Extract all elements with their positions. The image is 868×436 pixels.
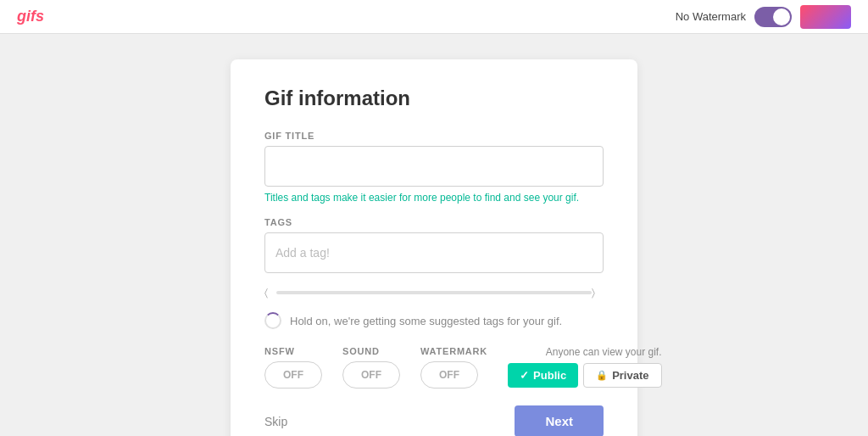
- scroll-left-icon[interactable]: 〈: [264, 287, 276, 299]
- private-button-label: Private: [612, 369, 648, 382]
- no-watermark-label: No Watermark: [676, 10, 746, 23]
- scrollbar-row: 〈 〉: [264, 287, 604, 299]
- next-button[interactable]: Next: [515, 405, 604, 436]
- sound-toggle[interactable]: OFF: [342, 361, 400, 388]
- sound-label: SOUND: [342, 346, 400, 356]
- public-button-label: Public: [533, 369, 566, 382]
- visibility-hint: Anyone can view your gif.: [546, 346, 662, 358]
- tags-label: TAGS: [264, 217, 604, 227]
- tags-input[interactable]: Add a tag!: [264, 232, 604, 273]
- watermark-label: WATERMARK: [420, 346, 487, 356]
- header: gifs No Watermark: [0, 0, 868, 34]
- scroll-right-icon[interactable]: 〉: [592, 287, 604, 299]
- suggested-tags-text: Hold on, we're getting some suggested ta…: [290, 315, 562, 327]
- lock-icon: 🔒: [596, 370, 608, 381]
- public-button[interactable]: ✓ Public: [508, 363, 578, 388]
- gif-title-input[interactable]: [264, 146, 604, 187]
- gif-title-label: GIF TITLE: [264, 131, 604, 141]
- watermark-toggle[interactable]: OFF: [420, 361, 478, 388]
- toggles-row: NSFW OFF SOUND OFF WATERMARK OFF Anyone …: [264, 346, 604, 388]
- logo: gifs: [17, 8, 44, 25]
- sound-group: SOUND OFF: [342, 346, 400, 388]
- watermark-group: WATERMARK OFF: [420, 346, 487, 388]
- nsfw-group: NSFW OFF: [264, 346, 322, 388]
- nsfw-label: NSFW: [264, 346, 322, 356]
- scrollbar-track[interactable]: [276, 291, 592, 294]
- gif-title-hint: Titles and tags make it easier for more …: [264, 192, 604, 204]
- visibility-section: Anyone can view your gif. ✓ Public 🔒 Pri…: [508, 346, 661, 388]
- loading-spinner: [264, 312, 281, 329]
- gif-info-card: Gif information GIF TITLE Titles and tag…: [231, 59, 637, 436]
- public-checkmark-icon: ✓: [520, 369, 529, 382]
- nsfw-toggle[interactable]: OFF: [264, 361, 322, 388]
- tags-placeholder: Add a tag!: [275, 246, 330, 260]
- header-action-button[interactable]: [800, 5, 851, 29]
- skip-button[interactable]: Skip: [264, 410, 287, 433]
- visibility-buttons: ✓ Public 🔒 Private: [508, 363, 661, 388]
- footer-row: Skip Next: [264, 405, 604, 436]
- private-button[interactable]: 🔒 Private: [583, 363, 661, 388]
- header-right: No Watermark: [676, 5, 851, 29]
- no-watermark-toggle[interactable]: [754, 7, 792, 27]
- toggle-switch[interactable]: [754, 7, 792, 27]
- suggested-tags-row: Hold on, we're getting some suggested ta…: [264, 305, 604, 339]
- main-content: Gif information GIF TITLE Titles and tag…: [0, 34, 868, 436]
- card-title: Gif information: [264, 87, 604, 110]
